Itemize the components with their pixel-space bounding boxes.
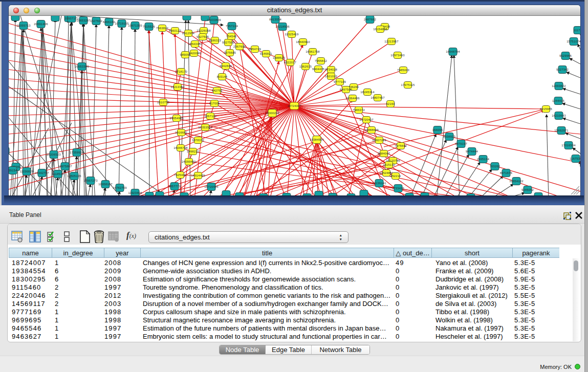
- svg-text:18807249: 18807249: [372, 139, 386, 142]
- svg-text:2935134: 2935134: [477, 158, 490, 161]
- svg-text:8660123: 8660123: [169, 29, 182, 32]
- svg-text:20053346: 20053346: [75, 65, 89, 68]
- svg-text:11156829: 11156829: [20, 170, 34, 173]
- svg-text:1527602: 1527602: [90, 19, 102, 23]
- svg-text:15720407: 15720407: [359, 118, 373, 121]
- svg-text:19384554: 19384554: [310, 138, 324, 141]
- svg-text:12505135: 12505135: [67, 174, 81, 178]
- svg-text:18724007: 18724007: [287, 104, 301, 107]
- svg-text:1733426: 1733426: [392, 187, 405, 190]
- svg-text:12342737: 12342737: [35, 171, 49, 174]
- svg-text:15716485: 15716485: [204, 185, 219, 188]
- svg-text:763262: 763262: [490, 165, 500, 168]
- svg-text:9734028: 9734028: [325, 68, 338, 71]
- svg-text:9857771: 9857771: [168, 185, 181, 188]
- svg-text:10719155: 10719155: [115, 22, 129, 25]
- svg-text:6466160: 6466160: [103, 20, 116, 24]
- svg-text:16782759: 16782759: [113, 186, 126, 189]
- svg-text:9146821: 9146821: [260, 52, 272, 55]
- svg-text:17016504: 17016504: [561, 144, 576, 147]
- svg-text:16807457: 16807457: [371, 96, 384, 99]
- svg-text:9684067: 9684067: [378, 152, 390, 155]
- svg-text:19654935: 19654935: [169, 117, 184, 120]
- svg-text:6879197: 6879197: [455, 142, 467, 145]
- svg-text:18640910: 18640910: [296, 40, 310, 43]
- svg-text:19975887: 19975887: [58, 165, 72, 168]
- svg-text:164095: 164095: [432, 128, 443, 132]
- svg-text:803144: 803144: [217, 75, 228, 78]
- svg-text:7975692: 7975692: [395, 144, 407, 147]
- svg-text:7955812: 7955812: [315, 59, 327, 62]
- svg-text:10654122: 10654122: [509, 180, 523, 183]
- svg-text:3575685: 3575685: [224, 51, 236, 54]
- svg-text:8912954: 8912954: [182, 32, 195, 35]
- svg-text:62160: 62160: [386, 102, 395, 105]
- svg-text:11325419: 11325419: [285, 33, 299, 36]
- svg-text:9245052: 9245052: [521, 188, 534, 191]
- svg-text:10958107: 10958107: [98, 183, 112, 186]
- svg-text:12093822: 12093822: [552, 84, 565, 87]
- svg-text:1610755: 1610755: [157, 101, 170, 104]
- svg-text:1588520: 1588520: [273, 56, 286, 59]
- svg-text:10973493: 10973493: [390, 54, 405, 57]
- svg-text:8186323: 8186323: [209, 39, 222, 42]
- svg-text:8938923: 8938923: [443, 135, 456, 138]
- svg-text:11923468: 11923468: [128, 191, 143, 194]
- svg-text:2487682: 2487682: [364, 18, 376, 21]
- svg-text:16648784: 16648784: [446, 50, 460, 53]
- svg-text:9327505: 9327505: [222, 41, 235, 44]
- svg-text:20691406: 20691406: [34, 23, 48, 26]
- svg-text:7515526: 7515526: [143, 25, 156, 28]
- svg-text:12213967: 12213967: [384, 40, 398, 43]
- svg-text:252214: 252214: [390, 174, 401, 178]
- svg-text:9327505: 9327505: [197, 35, 209, 38]
- svg-text:14136141: 14136141: [372, 182, 386, 185]
- svg-text:7663822: 7663822: [156, 27, 168, 30]
- svg-text:16543362: 16543362: [188, 42, 202, 46]
- svg-text:16888609: 16888609: [364, 128, 378, 132]
- svg-text:7986372: 7986372: [353, 108, 365, 112]
- svg-text:18245314: 18245314: [360, 91, 375, 94]
- svg-text:989091: 989091: [180, 53, 191, 56]
- svg-text:23300213: 23300213: [265, 112, 279, 115]
- svg-text:12213382: 12213382: [170, 85, 184, 89]
- svg-text:8413054: 8413054: [269, 18, 282, 21]
- svg-text:17975115: 17975115: [401, 83, 416, 86]
- svg-text:15692971: 15692971: [554, 129, 568, 132]
- svg-text:23226058: 23226058: [197, 29, 211, 32]
- svg-text:1114519: 1114519: [52, 172, 63, 176]
- svg-text:9242845: 9242845: [220, 64, 232, 68]
- svg-text:8215955: 8215955: [540, 107, 553, 111]
- svg-text:16210643: 16210643: [552, 114, 566, 117]
- svg-text:1362615: 1362615: [299, 65, 312, 68]
- svg-text:24099459: 24099459: [182, 160, 195, 163]
- svg-text:8322017: 8322017: [284, 61, 296, 64]
- svg-text:817006: 817006: [209, 102, 220, 105]
- svg-text:6497505: 6497505: [340, 88, 353, 91]
- svg-text:16033809: 16033809: [207, 18, 221, 21]
- svg-text:1244415: 1244415: [552, 99, 565, 102]
- svg-text:2367608: 2367608: [233, 45, 246, 48]
- svg-text:16961758: 16961758: [306, 50, 320, 53]
- svg-text:17957273: 17957273: [83, 179, 98, 182]
- svg-text:9904435: 9904435: [312, 68, 325, 71]
- svg-text:9777109: 9777109: [334, 80, 346, 83]
- svg-text:8454749: 8454749: [249, 48, 261, 51]
- svg-text:14914439: 14914439: [191, 174, 205, 177]
- svg-text:1621022: 1621022: [325, 75, 337, 78]
- svg-text:10653287: 10653287: [76, 19, 90, 22]
- svg-text:942752: 942752: [212, 89, 223, 92]
- svg-text:16055713: 16055713: [16, 24, 31, 27]
- svg-text:8471676: 8471676: [500, 171, 513, 174]
- svg-text:20364436: 20364436: [345, 97, 360, 100]
- svg-text:18353594: 18353594: [198, 126, 212, 129]
- svg-text:16046798: 16046798: [173, 146, 188, 149]
- svg-text:11172: 11172: [574, 29, 580, 32]
- svg-text:2718170: 2718170: [175, 70, 188, 73]
- svg-text:9529966: 9529966: [559, 54, 572, 57]
- svg-text:19218506: 19218506: [275, 25, 290, 28]
- svg-text:39154: 39154: [9, 169, 17, 172]
- svg-text:20206523: 20206523: [47, 153, 61, 156]
- svg-text:7625402: 7625402: [174, 173, 186, 177]
- svg-text:7485003: 7485003: [397, 69, 410, 72]
